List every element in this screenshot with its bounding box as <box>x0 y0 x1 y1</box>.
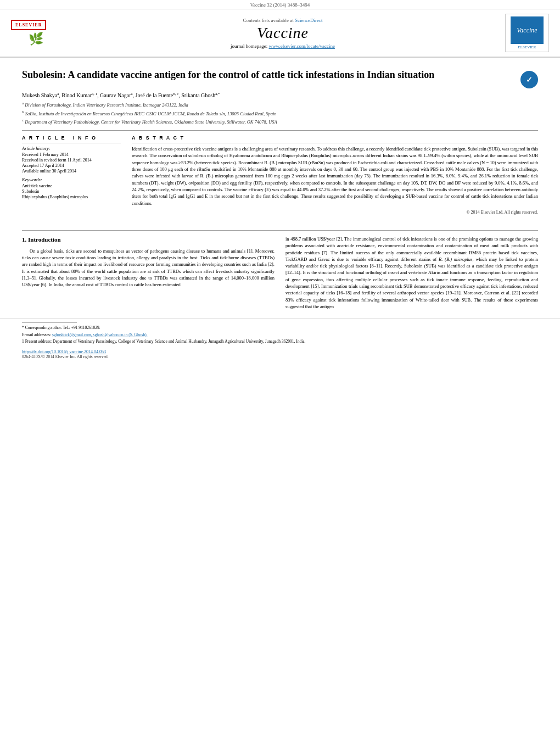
info-abstract-section: A R T I C L E I N F O Article history: R… <box>22 130 538 215</box>
article-info-col: A R T I C L E I N F O Article history: R… <box>22 135 121 215</box>
svg-text:✓: ✓ <box>526 75 533 84</box>
authors-line: Mukesh Shakyaa, Binod Kumara, 1, Gaurav … <box>22 92 538 98</box>
abstract-col: A B S T R A C T Identification of cross-… <box>132 135 538 215</box>
intro-right-para: in 498.7 million US$/year [2]. The immun… <box>285 236 538 310</box>
vaccine-logo-img: Vaccine <box>511 16 544 44</box>
elsevier-text: ELSEVIER <box>15 23 42 27</box>
corresponding-note: * Corresponding author. Tel.: +91 941026… <box>22 325 538 331</box>
title-section: Subolesin: A candidate vaccine antigen f… <box>22 63 538 88</box>
keyword-0: Anti-tick vaccine <box>22 183 121 188</box>
footnote-section: * Corresponding author. Tel.: +91 941026… <box>0 319 560 345</box>
vaccine-logo-sub: ELSEVIER <box>518 45 536 49</box>
main-divider <box>22 230 538 231</box>
keywords-block: Keywords: Anti-tick vaccine Subolesin Rh… <box>22 177 121 199</box>
keywords-label: Keywords: <box>22 177 121 182</box>
top-bar: Vaccine 32 (2014) 3488–3494 <box>0 0 560 9</box>
intro-left-para: On a global basis, ticks are second to m… <box>22 248 275 288</box>
abstract-label: A B S T R A C T <box>132 135 538 141</box>
crossmark-badge: ✓ <box>520 71 538 88</box>
vaccine-logo-box: Vaccine ELSEVIER <box>505 14 549 52</box>
article-info-label: A R T I C L E I N F O <box>22 135 121 141</box>
history-item-1: Received in revised form 11 April 2014 <box>22 158 121 163</box>
crossmark-icon: ✓ <box>523 73 536 86</box>
history-item-3: Available online 30 April 2014 <box>22 169 121 174</box>
keyword-2: Rhipicephalus (Boophilus) microplus <box>22 194 121 199</box>
affiliation-c: c Department of Veterinary Pathobiology,… <box>22 118 538 126</box>
email-link[interactable]: sghoshtick@gmail.com, sghosh@yahoo.co.in… <box>52 332 148 337</box>
body-columns: 1. Introduction On a global basis, ticks… <box>0 236 560 313</box>
journal-header: ELSEVIER 🌿 Contents lists available at S… <box>0 9 560 58</box>
history-item-2: Accepted 17 April 2014 <box>22 163 121 168</box>
history-block: Article history: Received 1 February 201… <box>22 146 121 174</box>
history-label: Article history: <box>22 146 121 151</box>
article-body: Subolesin: A candidate vaccine antigen f… <box>0 58 560 226</box>
section1-heading: 1. Introduction <box>22 236 275 244</box>
abstract-text: Identification of cross-protective tick … <box>132 146 538 207</box>
doi-url[interactable]: http://dx.doi.org/10.1016/j.vaccine.2014… <box>22 349 538 354</box>
history-item-0: Received 1 February 2014 <box>22 152 121 157</box>
homepage-url[interactable]: www.elsevier.com/locate/vaccine <box>269 43 335 49</box>
homepage-line: journal homepage: www.elsevier.com/locat… <box>60 43 505 49</box>
doi-section: http://dx.doi.org/10.1016/j.vaccine.2014… <box>0 346 560 359</box>
sciencedirect-link[interactable]: ScienceDirect <box>295 18 322 23</box>
footnote1-text: 1 Present address: Department of Veterin… <box>22 339 538 345</box>
article-title: Subolesin: A candidate vaccine antigen f… <box>22 69 515 81</box>
body-right-col: in 498.7 million US$/year [2]. The immun… <box>285 236 538 313</box>
footnote-divider <box>22 322 77 323</box>
contents-line: Contents lists available at ScienceDirec… <box>60 18 505 23</box>
citation-text: Vaccine 32 (2014) 3488–3494 <box>250 2 310 8</box>
keyword-1: Subolesin <box>22 189 121 194</box>
page: Vaccine 32 (2014) 3488–3494 ELSEVIER 🌿 C… <box>0 0 560 742</box>
email-note: E-mail addresses: sghoshtick@gmail.com, … <box>22 332 538 338</box>
elsevier-logo: ELSEVIER 🌿 <box>11 20 60 46</box>
license-line: 0264-410X/© 2014 Elsevier Inc. All right… <box>22 354 538 359</box>
body-left-col: 1. Introduction On a global basis, ticks… <box>22 236 275 313</box>
affiliation-b: b SaBio, Instituto de Investigación en R… <box>22 109 538 118</box>
journal-center: Contents lists available at ScienceDirec… <box>60 18 505 49</box>
elsevier-tree-icon: 🌿 <box>11 32 60 46</box>
journal-name: Vaccine <box>60 24 505 42</box>
copyright-line: © 2014 Elsevier Ltd. All rights reserved… <box>132 210 538 215</box>
affiliation-a: a Division of Parasitology, Indian Veter… <box>22 101 538 109</box>
info-divider <box>22 143 121 143</box>
abstract-divider <box>132 143 538 143</box>
affiliations: a Division of Parasitology, Indian Veter… <box>22 101 538 126</box>
